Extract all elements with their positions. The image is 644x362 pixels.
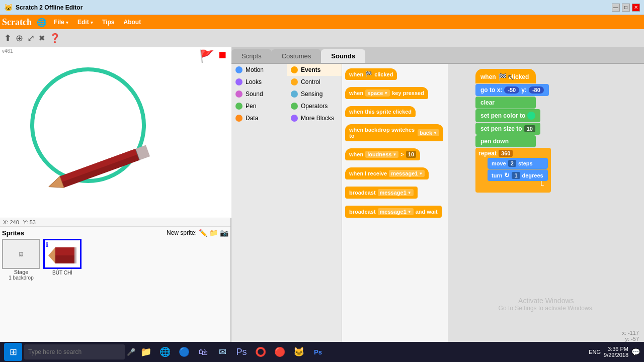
pencil-sprite-thumbnail: ℹ bbox=[43, 239, 82, 269]
block-when-flag-clicked[interactable]: when 🏁 clicked bbox=[345, 68, 397, 80]
threshold-input[interactable]: 10 bbox=[406, 151, 416, 158]
sensor-dropdown[interactable]: loudness bbox=[365, 151, 398, 158]
svg-marker-6 bbox=[48, 247, 55, 263]
stage-info: X: 240 Y: 53 bbox=[0, 218, 230, 227]
block-when-key-pressed[interactable]: when space key pressed bbox=[345, 87, 428, 99]
taskbar-photoshop[interactable]: Ps bbox=[233, 343, 250, 360]
menu-about[interactable]: About bbox=[119, 18, 145, 27]
category-sensing[interactable]: Sensing bbox=[287, 88, 342, 100]
category-events[interactable]: Events bbox=[287, 64, 342, 76]
sprites-header: Sprites New sprite: ✏️ 📁 📷 bbox=[2, 229, 228, 237]
stage-sprite-item[interactable]: 🖼 Stage 1 backdrop bbox=[2, 239, 40, 281]
taskbar-app1[interactable]: ⭕ bbox=[252, 343, 269, 360]
titlebar: 🐱 Scratch 2 Offline Editor — □ ✕ bbox=[0, 0, 644, 15]
stage-backdrop-count: 1 backdrop bbox=[2, 275, 40, 281]
category-motion[interactable]: Motion bbox=[231, 64, 287, 76]
ws-block-pen-size[interactable]: set pen size to 10 bbox=[475, 123, 540, 135]
block-when-sprite-clicked[interactable]: when this sprite clicked bbox=[345, 106, 416, 117]
new-sprite-paint-icon[interactable]: ✏️ bbox=[199, 229, 207, 237]
taskbar-file-explorer[interactable]: 📁 bbox=[137, 343, 154, 360]
block-when-receive[interactable]: when I receive message1 bbox=[345, 167, 429, 179]
turn-degrees[interactable]: 1 bbox=[512, 172, 520, 179]
block-when-loudness[interactable]: when loudness > 10 bbox=[345, 148, 420, 160]
add-icon[interactable]: ⊕ bbox=[16, 33, 23, 44]
menu-tips[interactable]: Tips bbox=[98, 18, 118, 27]
upload-icon[interactable]: ⬆ bbox=[4, 33, 12, 44]
stage-thumbnail: 🖼 bbox=[2, 239, 40, 269]
taskbar-app3[interactable]: 🐱 bbox=[290, 343, 307, 360]
category-pen[interactable]: Pen bbox=[231, 100, 287, 112]
broadcast-msg-dropdown[interactable]: message1 bbox=[378, 189, 414, 196]
taskbar-store[interactable]: 🛍 bbox=[195, 343, 212, 360]
color-picker[interactable] bbox=[527, 112, 535, 120]
svg-rect-8 bbox=[55, 247, 74, 255]
new-sprite-camera-icon[interactable]: 📷 bbox=[220, 229, 228, 237]
activation-message: Activate Windows Go to Settings to activ… bbox=[499, 297, 594, 312]
search-input[interactable] bbox=[24, 344, 125, 359]
ws-block-goto[interactable]: go to x: -50 y: -80 bbox=[475, 84, 549, 96]
message-dropdown[interactable]: message1 bbox=[389, 170, 425, 177]
help-icon[interactable]: ❓ bbox=[49, 33, 60, 44]
green-flag-button[interactable]: 🚩 bbox=[199, 49, 214, 63]
globe-icon[interactable]: 🌐 bbox=[37, 18, 47, 27]
categories-left: Motion Looks Sound Pen Data bbox=[231, 64, 287, 362]
ws-block-when-flag[interactable]: when 🏁 clicked bbox=[475, 69, 536, 83]
tab-scripts[interactable]: Scripts bbox=[231, 49, 272, 63]
pen-size-input[interactable]: 10 bbox=[524, 125, 535, 132]
turbo-icon[interactable]: ✖ bbox=[39, 34, 45, 43]
minimize-button[interactable]: — bbox=[612, 4, 620, 12]
close-button[interactable]: ✕ bbox=[632, 4, 640, 12]
ws-block-clear[interactable]: clear bbox=[475, 97, 536, 109]
ws-block-move[interactable]: move 2 steps bbox=[488, 158, 548, 169]
block-when-backdrop-switches[interactable]: when backdrop switches to back bbox=[345, 124, 443, 141]
repeat-count[interactable]: 360 bbox=[499, 150, 513, 157]
menu-edit[interactable]: Edit ▾ bbox=[73, 18, 97, 27]
titlebar-left: 🐱 Scratch 2 Offline Editor bbox=[4, 4, 83, 12]
ws-block-repeat[interactable]: repeat 360 move 2 steps turn bbox=[475, 148, 551, 193]
taskbar-edge[interactable]: 🌐 bbox=[156, 343, 174, 360]
y-input[interactable]: -80 bbox=[529, 86, 544, 94]
backdrop-dropdown[interactable]: back bbox=[418, 129, 439, 136]
scripts-area: Scripts Costumes Sounds Motion Looks Sou… bbox=[231, 47, 644, 362]
category-control[interactable]: Control bbox=[287, 76, 342, 88]
notifications-icon[interactable]: 💬 bbox=[631, 348, 640, 356]
x-input[interactable]: -50 bbox=[504, 86, 519, 94]
taskbar: ⊞ 🎤 📁 🌐 🔵 🛍 ✉ Ps ⭕ 🔴 🐱 Ps ENG 3:36 PM 9/… bbox=[0, 342, 644, 362]
stage-x-label: X: 240 bbox=[3, 219, 19, 225]
fullscreen-icon[interactable]: ⤢ bbox=[27, 33, 35, 44]
block-broadcast-wait[interactable]: broadcast message1 and wait bbox=[345, 206, 442, 218]
taskbar-date: 9/29/2018 bbox=[604, 352, 628, 358]
taskbar-ie[interactable]: 🔵 bbox=[176, 343, 193, 360]
taskbar-mail[interactable]: ✉ bbox=[214, 343, 231, 360]
category-data[interactable]: Data bbox=[231, 112, 287, 124]
sprite-info-icon[interactable]: ℹ bbox=[46, 241, 48, 248]
category-looks[interactable]: Looks bbox=[231, 76, 287, 88]
stage-y-label: Y: 53 bbox=[23, 219, 36, 225]
block-broadcast[interactable]: broadcast message1 bbox=[345, 187, 418, 199]
pencil-sprite-item[interactable]: ℹ BÚT CHÌ bbox=[43, 239, 82, 281]
category-sound[interactable]: Sound bbox=[231, 88, 287, 100]
maximize-button[interactable]: □ bbox=[622, 4, 630, 12]
taskbar-right: ENG 3:36 PM 9/29/2018 💬 bbox=[589, 346, 640, 358]
category-more-blocks[interactable]: More Blocks bbox=[287, 112, 342, 124]
app-icon: 🐱 bbox=[4, 4, 13, 12]
move-steps[interactable]: 2 bbox=[508, 160, 516, 167]
ws-block-turn[interactable]: turn ↻ 1 degrees bbox=[488, 169, 548, 181]
stop-button[interactable]: ⏹ bbox=[217, 49, 227, 63]
new-sprite-import-icon[interactable]: 📁 bbox=[209, 229, 218, 237]
tab-sounds[interactable]: Sounds bbox=[321, 49, 365, 63]
menu-file[interactable]: File ▾ bbox=[50, 18, 72, 27]
broadcast-wait-dropdown[interactable]: message1 bbox=[378, 208, 414, 215]
categories-right: Events Control Sensing Operators More Bl… bbox=[287, 64, 342, 362]
taskbar-ps[interactable]: Ps bbox=[309, 343, 327, 360]
script-workspace[interactable]: when 🏁 clicked go to x: -50 y: -80 clear bbox=[448, 64, 644, 362]
ws-block-pen-color[interactable]: set pen color to bbox=[475, 109, 540, 122]
titlebar-controls: — □ ✕ bbox=[612, 4, 640, 12]
xy-x: x: -117 bbox=[622, 330, 639, 336]
key-dropdown[interactable]: space bbox=[365, 89, 390, 97]
category-operators[interactable]: Operators bbox=[287, 100, 342, 112]
tab-costumes[interactable]: Costumes bbox=[272, 49, 321, 63]
taskbar-app2[interactable]: 🔴 bbox=[271, 343, 288, 360]
start-button[interactable]: ⊞ bbox=[4, 343, 22, 361]
ws-block-pen-down[interactable]: pen down bbox=[475, 135, 536, 147]
